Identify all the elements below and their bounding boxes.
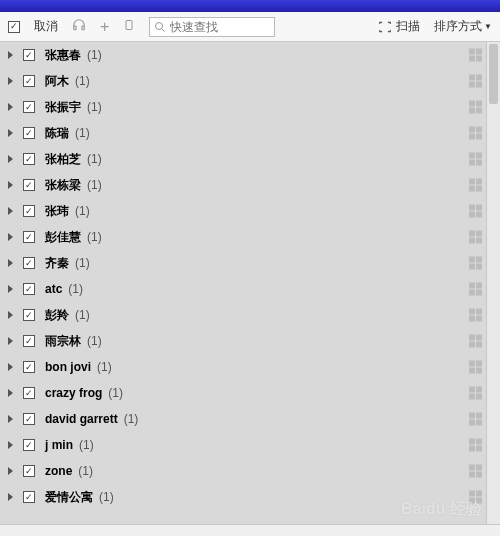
disclosure-triangle-icon[interactable] — [8, 415, 13, 423]
grid-view-icon[interactable] — [469, 257, 482, 270]
row-checkbox[interactable]: ✓ — [23, 335, 35, 347]
row-checkbox[interactable]: ✓ — [23, 439, 35, 451]
grid-view-icon[interactable] — [469, 205, 482, 218]
disclosure-triangle-icon[interactable] — [8, 181, 13, 189]
list-item[interactable]: ✓陈瑞(1) — [0, 120, 500, 146]
grid-view-icon[interactable] — [469, 491, 482, 504]
grid-view-icon[interactable] — [469, 75, 482, 88]
list-item[interactable]: ✓david garrett(1) — [0, 406, 500, 432]
row-checkbox[interactable]: ✓ — [23, 491, 35, 503]
sort-button[interactable]: 排序方式 ▼ — [434, 18, 492, 35]
grid-view-icon[interactable] — [469, 179, 482, 192]
artist-name: crazy frog — [45, 386, 102, 400]
disclosure-triangle-icon[interactable] — [8, 259, 13, 267]
grid-view-icon[interactable] — [469, 465, 482, 478]
search-input[interactable] — [170, 20, 270, 34]
grid-view-icon[interactable] — [469, 361, 482, 374]
disclosure-triangle-icon[interactable] — [8, 467, 13, 475]
list-item[interactable]: ✓atc(1) — [0, 276, 500, 302]
grid-view-icon[interactable] — [469, 49, 482, 62]
list-item[interactable]: ✓张惠春(1) — [0, 42, 500, 68]
list-item[interactable]: ✓爱情公寓(1) — [0, 484, 500, 510]
svg-line-4 — [162, 28, 165, 31]
track-count: (1) — [75, 126, 90, 140]
list-item[interactable]: ✓张振宇(1) — [0, 94, 500, 120]
disclosure-triangle-icon[interactable] — [8, 207, 13, 215]
row-checkbox[interactable]: ✓ — [23, 309, 35, 321]
grid-view-icon[interactable] — [469, 335, 482, 348]
grid-view-icon[interactable] — [469, 101, 482, 114]
search-box[interactable] — [149, 17, 275, 37]
row-checkbox[interactable]: ✓ — [23, 257, 35, 269]
disclosure-triangle-icon[interactable] — [8, 285, 13, 293]
disclosure-triangle-icon[interactable] — [8, 129, 13, 137]
disclosure-triangle-icon[interactable] — [8, 233, 13, 241]
disclosure-triangle-icon[interactable] — [8, 337, 13, 345]
track-count: (1) — [75, 204, 90, 218]
track-count: (1) — [75, 308, 90, 322]
row-checkbox[interactable]: ✓ — [23, 231, 35, 243]
row-checkbox[interactable]: ✓ — [23, 101, 35, 113]
row-checkbox[interactable]: ✓ — [23, 205, 35, 217]
scrollbar[interactable] — [486, 42, 500, 524]
cancel-button[interactable]: 取消 — [34, 18, 58, 35]
grid-view-icon[interactable] — [469, 127, 482, 140]
scroll-thumb[interactable] — [489, 44, 498, 104]
row-checkbox[interactable]: ✓ — [23, 465, 35, 477]
track-count: (1) — [97, 360, 112, 374]
plus-icon[interactable]: + — [100, 18, 109, 36]
disclosure-triangle-icon[interactable] — [8, 441, 13, 449]
artist-name: zone — [45, 464, 72, 478]
scan-button[interactable]: 扫描 — [378, 18, 420, 35]
scan-icon — [378, 20, 392, 34]
list-item[interactable]: ✓齐秦(1) — [0, 250, 500, 276]
artist-name: 张柏芝 — [45, 151, 81, 168]
row-checkbox[interactable]: ✓ — [23, 75, 35, 87]
headphones-icon[interactable] — [72, 18, 86, 35]
grid-view-icon[interactable] — [469, 309, 482, 322]
disclosure-triangle-icon[interactable] — [8, 389, 13, 397]
row-checkbox[interactable]: ✓ — [23, 153, 35, 165]
search-icon — [154, 21, 166, 33]
list-item[interactable]: ✓雨宗林(1) — [0, 328, 500, 354]
list-item[interactable]: ✓张栋梁(1) — [0, 172, 500, 198]
grid-view-icon[interactable] — [469, 413, 482, 426]
track-count: (1) — [79, 438, 94, 452]
list-item[interactable]: ✓zone(1) — [0, 458, 500, 484]
list-item[interactable]: ✓张柏芝(1) — [0, 146, 500, 172]
disclosure-triangle-icon[interactable] — [8, 51, 13, 59]
row-checkbox[interactable]: ✓ — [23, 413, 35, 425]
list-item[interactable]: ✓彭佳慧(1) — [0, 224, 500, 250]
row-checkbox[interactable]: ✓ — [23, 127, 35, 139]
grid-view-icon[interactable] — [469, 153, 482, 166]
disclosure-triangle-icon[interactable] — [8, 311, 13, 319]
disclosure-triangle-icon[interactable] — [8, 103, 13, 111]
disclosure-triangle-icon[interactable] — [8, 493, 13, 501]
grid-view-icon[interactable] — [469, 231, 482, 244]
grid-view-icon[interactable] — [469, 283, 482, 296]
row-checkbox[interactable]: ✓ — [23, 387, 35, 399]
disclosure-triangle-icon[interactable] — [8, 77, 13, 85]
track-count: (1) — [75, 74, 90, 88]
list-item[interactable]: ✓crazy frog(1) — [0, 380, 500, 406]
list-item[interactable]: ✓彭羚(1) — [0, 302, 500, 328]
list-item[interactable]: ✓张玮(1) — [0, 198, 500, 224]
row-checkbox[interactable]: ✓ — [23, 179, 35, 191]
device-icon[interactable] — [123, 18, 135, 35]
grid-view-icon[interactable] — [469, 439, 482, 452]
list-item[interactable]: ✓阿木(1) — [0, 68, 500, 94]
disclosure-triangle-icon[interactable] — [8, 363, 13, 371]
chevron-down-icon: ▼ — [484, 22, 492, 31]
list-item[interactable]: ✓bon jovi(1) — [0, 354, 500, 380]
disclosure-triangle-icon[interactable] — [8, 155, 13, 163]
toolbar-left: ✓ 取消 + — [8, 18, 135, 36]
grid-view-icon[interactable] — [469, 387, 482, 400]
svg-rect-2 — [126, 21, 132, 30]
row-checkbox[interactable]: ✓ — [23, 283, 35, 295]
row-checkbox[interactable]: ✓ — [23, 49, 35, 61]
artist-name: 张惠春 — [45, 47, 81, 64]
row-checkbox[interactable]: ✓ — [23, 361, 35, 373]
select-all-checkbox[interactable]: ✓ — [8, 21, 20, 33]
list-item[interactable]: ✓j min(1) — [0, 432, 500, 458]
artist-list: ✓张惠春(1)✓阿木(1)✓张振宇(1)✓陈瑞(1)✓张柏芝(1)✓张栋梁(1)… — [0, 42, 500, 524]
